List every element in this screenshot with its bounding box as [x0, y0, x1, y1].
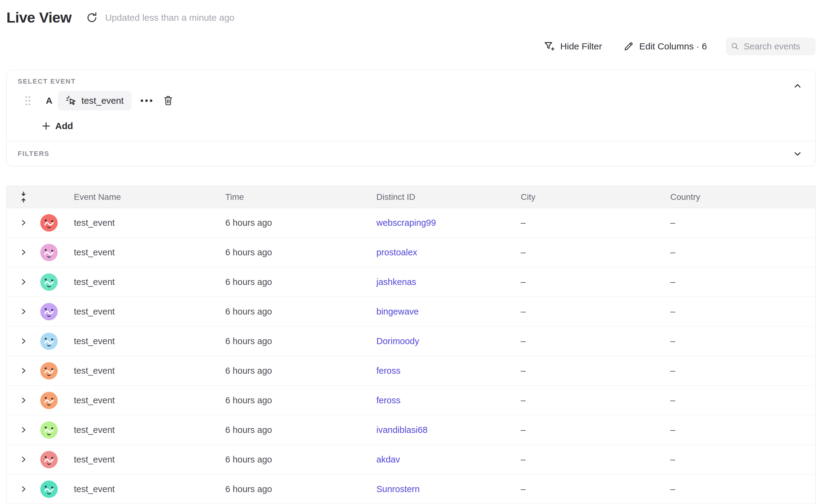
- event-chip[interactable]: test_event: [58, 91, 132, 110]
- time-cell: 6 hours ago: [225, 366, 377, 376]
- chevron-right-icon: [19, 337, 28, 345]
- event-name-cell: test_event: [74, 395, 225, 406]
- event-row: A test_event: [18, 91, 803, 110]
- drag-handle[interactable]: [25, 95, 31, 106]
- country-cell: –: [670, 484, 815, 494]
- collapse-section-button[interactable]: [793, 81, 803, 92]
- user-avatar: [40, 451, 58, 468]
- chevron-right-icon: [19, 277, 28, 286]
- time-cell: 6 hours ago: [225, 395, 377, 406]
- distinct-id-link[interactable]: Dorimoody: [377, 336, 419, 346]
- table-row[interactable]: test_event 6 hours ago Dorimoody – –: [7, 326, 815, 356]
- edit-columns-label: Edit Columns · 6: [639, 41, 707, 52]
- table-row[interactable]: test_event 6 hours ago ivandiblasi68 – –: [7, 415, 815, 445]
- time-cell: 6 hours ago: [225, 277, 377, 287]
- event-chip-label: test_event: [82, 95, 124, 106]
- distinct-id-link[interactable]: Sunrostern: [377, 484, 420, 494]
- column-header-city[interactable]: City: [521, 192, 670, 202]
- event-options-button[interactable]: [140, 97, 154, 105]
- expand-row-button[interactable]: [19, 396, 28, 404]
- expand-row-button[interactable]: [19, 277, 28, 286]
- country-cell: –: [670, 454, 815, 465]
- expand-row-button[interactable]: [19, 337, 28, 345]
- country-cell: –: [670, 218, 815, 228]
- country-cell: –: [670, 395, 815, 406]
- event-name-cell: test_event: [74, 277, 225, 287]
- expand-row-button[interactable]: [19, 485, 28, 493]
- table-row[interactable]: test_event 6 hours ago bingewave – –: [7, 297, 815, 326]
- distinct-id-link[interactable]: webscraping99: [377, 218, 436, 228]
- country-cell: –: [670, 307, 815, 317]
- city-cell: –: [521, 336, 670, 346]
- chevron-right-icon: [19, 485, 28, 493]
- expand-row-button[interactable]: [19, 218, 28, 227]
- distinct-id-link[interactable]: feross: [377, 395, 401, 405]
- city-cell: –: [521, 277, 670, 287]
- event-name-cell: test_event: [74, 484, 225, 494]
- expand-row-button[interactable]: [19, 307, 28, 316]
- search-events-box[interactable]: [726, 37, 816, 55]
- search-events-input[interactable]: [743, 41, 811, 52]
- table-row[interactable]: test_event 6 hours ago feross – –: [7, 385, 815, 415]
- user-avatar: [40, 214, 58, 232]
- city-cell: –: [521, 484, 670, 494]
- column-header-distinct-id[interactable]: Distinct ID: [377, 192, 521, 202]
- column-header-time[interactable]: Time: [225, 192, 377, 202]
- expand-row-button[interactable]: [19, 455, 28, 464]
- delete-event-button[interactable]: [163, 95, 174, 107]
- column-header-event-name[interactable]: Event Name: [74, 192, 225, 202]
- collapse-all-button[interactable]: [7, 191, 40, 203]
- table-row[interactable]: test_event 6 hours ago prostoalex – –: [7, 238, 815, 267]
- chevron-right-icon: [19, 218, 28, 227]
- event-name-cell: test_event: [74, 248, 225, 257]
- city-cell: –: [521, 454, 670, 465]
- table-row[interactable]: test_event 6 hours ago jashkenas – –: [7, 267, 815, 297]
- drag-dots-icon: [25, 95, 31, 106]
- chevron-right-icon: [19, 366, 28, 375]
- column-header-country[interactable]: Country: [670, 192, 815, 202]
- toolbar: Hide Filter Edit Columns · 6: [6, 37, 816, 55]
- ellipsis-icon: [140, 97, 154, 105]
- user-avatar: [40, 392, 58, 409]
- event-name-cell: test_event: [74, 425, 225, 435]
- event-name-cell: test_event: [74, 307, 225, 317]
- time-cell: 6 hours ago: [225, 248, 377, 257]
- filters-bar[interactable]: FILTERS: [7, 141, 815, 166]
- table-header: Event Name Time Distinct ID City Country: [7, 186, 815, 208]
- add-label: Add: [55, 121, 73, 131]
- edit-columns-button[interactable]: Edit Columns · 6: [623, 40, 707, 52]
- time-cell: 6 hours ago: [225, 454, 377, 465]
- hide-filter-button[interactable]: Hide Filter: [543, 40, 602, 53]
- table-row[interactable]: test_event 6 hours ago webscraping99 – –: [7, 208, 815, 238]
- country-cell: –: [670, 425, 815, 435]
- expand-row-button[interactable]: [19, 248, 28, 256]
- user-avatar: [40, 273, 58, 291]
- user-avatar: [40, 421, 58, 439]
- distinct-id-link[interactable]: bingewave: [377, 307, 419, 317]
- add-event-button[interactable]: Add: [41, 120, 73, 132]
- table-row[interactable]: test_event 6 hours ago Sunrostern – –: [7, 474, 815, 504]
- trash-icon: [163, 95, 174, 107]
- page-title: Live View: [6, 9, 71, 26]
- cursor-click-icon: [66, 95, 77, 107]
- table-row[interactable]: test_event 6 hours ago feross – –: [7, 356, 815, 385]
- distinct-id-link[interactable]: feross: [377, 366, 401, 376]
- chevron-right-icon: [19, 307, 28, 316]
- table-row[interactable]: test_event 6 hours ago akdav – –: [7, 445, 815, 474]
- expand-row-button[interactable]: [19, 366, 28, 375]
- updated-status: Updated less than a minute ago: [105, 13, 234, 23]
- distinct-id-link[interactable]: prostoalex: [377, 248, 417, 257]
- event-name-cell: test_event: [74, 366, 225, 376]
- chevron-right-icon: [19, 396, 28, 404]
- refresh-button[interactable]: [86, 11, 98, 24]
- user-avatar: [40, 362, 58, 379]
- expand-row-button[interactable]: [19, 426, 28, 434]
- select-event-section: SELECT EVENT A: [7, 70, 815, 141]
- distinct-id-link[interactable]: ivandiblasi68: [377, 425, 427, 435]
- user-avatar: [40, 244, 58, 261]
- filter-plus-icon: [543, 40, 556, 53]
- distinct-id-link[interactable]: akdav: [377, 454, 400, 464]
- table-body: test_event 6 hours ago webscraping99 – –…: [7, 208, 815, 504]
- page-header: Live View Updated less than a minute ago: [6, 0, 816, 26]
- distinct-id-link[interactable]: jashkenas: [377, 277, 416, 287]
